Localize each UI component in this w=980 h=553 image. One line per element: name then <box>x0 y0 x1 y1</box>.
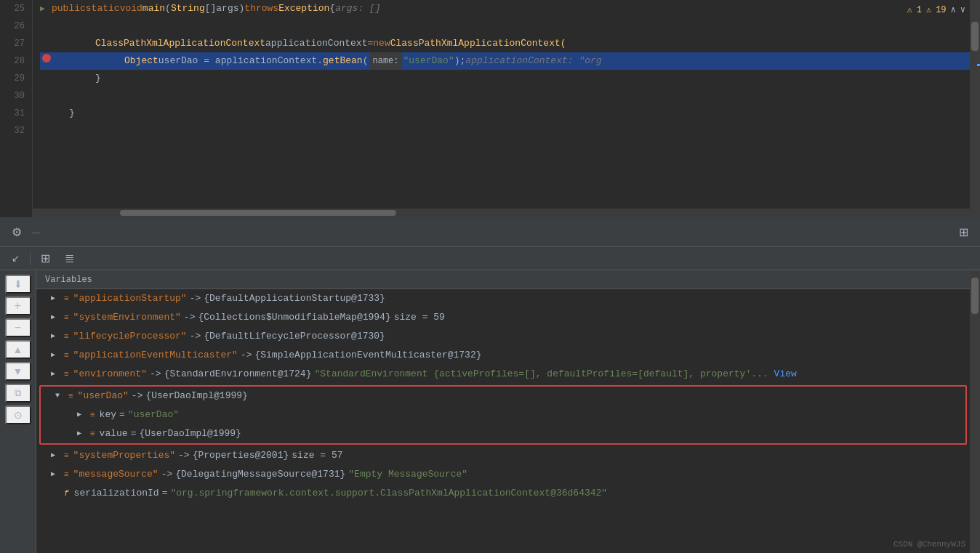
var-arrow-msgsrc: -> <box>161 465 173 484</box>
eye-button[interactable]: ⊙ <box>5 405 31 424</box>
var-size-2: size = 59 <box>394 308 445 327</box>
var-key-3: "lifecycleProcessor" <box>73 327 187 346</box>
var-item-serializationid[interactable]: ▶ f serializationId = "org.springframewo… <box>36 484 970 503</box>
code-line-31: } <box>40 105 980 122</box>
warning-icon: ⚠ <box>926 4 931 15</box>
var-arrow-4: -> <box>241 346 252 365</box>
expand-arrow-1: ▶ <box>51 289 61 308</box>
var-icon-msgsrc: ≡ <box>64 465 69 484</box>
editor-scrollbar-h[interactable] <box>33 209 970 217</box>
layout-button[interactable]: ⊞ <box>955 222 973 242</box>
var-appcontext: applicationContext <box>265 35 367 52</box>
expand-arrow-sysprop: ▶ <box>51 446 61 465</box>
add-button[interactable]: + <box>5 296 31 315</box>
chevron-up-icon[interactable]: ∧ <box>951 4 956 15</box>
var-item-userdao-value[interactable]: ▶ ≡ value = {UserDaoImpl@1999} <box>41 424 965 443</box>
var-icon-5: ≡ <box>64 365 69 384</box>
var-value-4: {SimpleApplicationEventMulticaster@1732} <box>254 346 481 365</box>
var-value-serial: "org.springframework.context.support.Cla… <box>170 484 607 503</box>
var-arrow-2: -> <box>184 308 196 327</box>
list-view-button[interactable]: ≣ <box>60 249 79 268</box>
variables-content[interactable]: ▶ ≡ "applicationStartup" -> {DefaultAppl… <box>36 289 970 553</box>
var-size-sysprop: size = 57 <box>292 446 342 465</box>
var-arrow-1: -> <box>190 289 201 308</box>
str-userdao: "userDao" <box>403 52 454 70</box>
param-args: args <box>216 0 238 17</box>
var-key-msgsrc: "messageSource" <box>73 465 158 484</box>
constructor-27: ClassPathXmlApplicationContext( <box>390 35 566 52</box>
scroll-marker <box>977 64 980 66</box>
hint-appcontext: applicationContext: "org <box>465 52 601 70</box>
table-view-button[interactable]: ⊞ <box>36 249 55 268</box>
warning-bar: ⚠ 1 ⚠ 19 ∧ ∨ <box>907 4 965 15</box>
brace-open-25: { <box>329 0 335 17</box>
type-object: Object <box>124 52 158 70</box>
copy-button[interactable]: ⧉ <box>5 384 31 403</box>
variables-header: Variables <box>36 270 970 289</box>
main-layout: 25 26 27 28 29 30 31 32 ▶ public static <box>0 0 980 553</box>
method-main: main <box>142 0 165 17</box>
var-item-userdao-key[interactable]: ▶ ≡ key = "userDao" <box>41 405 965 424</box>
var-value-msgsrc: {DelegatingMessageSource@1731} <box>175 465 345 484</box>
var-item-applicationstartup[interactable]: ▶ ≡ "applicationStartup" -> {DefaultAppl… <box>36 289 970 308</box>
var-item-messagesource[interactable]: ▶ ≡ "messageSource" -> {DelegatingMessag… <box>36 465 970 484</box>
expand-arrow-4: ▶ <box>51 346 61 365</box>
var-value-userdao-key: "userDao" <box>128 405 179 424</box>
var-icon-userdao: ≡ <box>68 387 73 405</box>
line-num-29: 29 <box>6 70 25 87</box>
side-panel: ⬇ + − ▲ ▼ ⧉ ⊙ <box>0 270 36 553</box>
chevron-down-icon[interactable]: ∨ <box>960 4 965 15</box>
line-num-26: 26 <box>6 17 25 35</box>
var-key-userdao: "userDao" <box>78 387 129 405</box>
toolbar-left: ⚙ — <box>7 222 40 242</box>
expand-arrow-2: ▶ <box>51 308 61 327</box>
variables-main: Variables ▶ ≡ "applicationStartup" -> {D… <box>36 270 970 553</box>
var-item-systemproperties[interactable]: ▶ ≡ "systemProperties" -> {Properties@20… <box>36 446 970 465</box>
var-arrow-5: -> <box>150 365 161 384</box>
var-key-4: "applicationEventMulticaster" <box>73 346 238 365</box>
editor-scrollbar-v[interactable] <box>970 0 980 217</box>
toolbar-separator-1: — <box>32 225 40 240</box>
svg-point-0 <box>42 54 51 62</box>
code-line-25: ▶ public static void main ( String [] ar… <box>40 0 980 17</box>
line-numbers: 25 26 27 28 29 30 31 32 <box>0 0 33 217</box>
settings-button[interactable]: ⚙ <box>7 222 26 242</box>
variables-scrollbar-v[interactable] <box>970 270 980 553</box>
var-arrow-3: -> <box>190 327 201 346</box>
hint-args: args: [] <box>335 0 380 17</box>
code-line-32 <box>40 122 980 140</box>
down-arrow-button[interactable]: ▼ <box>5 362 31 381</box>
expand-arrow-msgsrc: ▶ <box>51 465 61 484</box>
expand-arrow-3: ▶ <box>51 327 61 346</box>
var-value-2: {Collections$UnmodifiableMap@1994} <box>198 308 390 327</box>
var-field-key: key <box>100 405 116 424</box>
var-item-environment[interactable]: ▶ ≡ "environment" -> {StandardEnvironmen… <box>36 365 970 384</box>
navigate-down-button[interactable]: ⬇ <box>5 275 31 294</box>
var-item-applicationeventmulticaster[interactable]: ▶ ≡ "applicationEventMulticaster" -> {Si… <box>36 346 970 365</box>
warning-count: 19 <box>936 5 946 15</box>
editor-scrollbar-h-thumb <box>120 210 396 216</box>
error-icon: ⚠ <box>907 4 912 15</box>
view-link-5[interactable]: View <box>774 365 797 384</box>
line-num-30: 30 <box>6 87 25 105</box>
expand-arrow-userdao-key: ▶ <box>77 405 87 424</box>
step-into-button[interactable]: ↙ <box>7 250 24 267</box>
code-line-29: } <box>40 70 980 87</box>
var-item-userdao[interactable]: ▼ ≡ "userDao" -> {UserDaoImpl@1999} <box>41 387 965 405</box>
keyword-public: public <box>52 0 86 17</box>
var-userdao-decl: userDao = applicationContext. <box>158 52 323 70</box>
line-num-25: 25 <box>6 0 25 17</box>
var-item-systemenvironment[interactable]: ▶ ≡ "systemEnvironment" -> {Collections$… <box>36 308 970 327</box>
subtract-button[interactable]: − <box>5 318 31 337</box>
var-field-value: value <box>100 424 128 443</box>
watermark: CSDN @ChennyWJS <box>893 540 965 549</box>
array-bracket: [] <box>205 0 217 17</box>
code-line-30 <box>40 87 980 105</box>
paren-open: ( <box>165 0 171 17</box>
debug-toolbar: ⚙ — ⊞ <box>0 218 980 247</box>
var-value-userdao: {UserDaoImpl@1999} <box>145 387 247 405</box>
var-item-lifecycleprocessor[interactable]: ▶ ≡ "lifecycleProcessor" -> {DefaultLife… <box>36 327 970 346</box>
up-arrow-button[interactable]: ▲ <box>5 340 31 359</box>
editor-scrollbar-thumb <box>971 22 979 51</box>
var-key-2: "systemEnvironment" <box>73 308 181 327</box>
